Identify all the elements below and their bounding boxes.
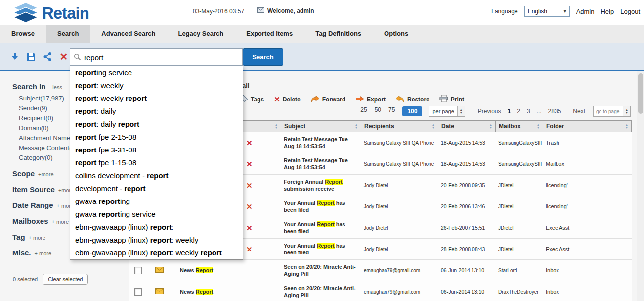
tags-button[interactable]: Tags [240, 95, 264, 104]
admin-link[interactable]: Admin [576, 8, 595, 15]
tab-browse[interactable]: Browse [0, 25, 46, 43]
query-match: report [99, 210, 120, 218]
query-match: Report [317, 200, 334, 206]
section-toggle[interactable]: +more [38, 171, 54, 177]
search-suggestion[interactable]: report: daily report [70, 118, 243, 131]
page-size-100[interactable]: 100 [402, 106, 422, 116]
search-suggestion[interactable]: collins development - report [70, 169, 243, 182]
logout-link[interactable]: Logout [620, 8, 640, 15]
per-page-control[interactable]: per page ▲▼ [429, 106, 465, 117]
text-cursor [107, 52, 107, 62]
page-number-3[interactable]: 3 [527, 108, 530, 115]
restore-button[interactable]: Restore [395, 95, 429, 104]
per-page-spinner[interactable]: ▲▼ [457, 106, 465, 116]
tab-advanced-search[interactable]: Advanced Search [90, 25, 167, 43]
search-suggestion[interactable]: report: weekly [70, 79, 243, 92]
save-icon[interactable] [25, 51, 37, 63]
search-suggestion[interactable]: gwava reporting service [70, 208, 243, 221]
header-status-column[interactable]: ▲▼ [243, 121, 281, 132]
delete-button[interactable]: ✕Delete [274, 95, 301, 104]
subject-cell[interactable]: Your Annual Report has been filed [281, 221, 361, 235]
result-row[interactable]: News ReportSeen on 20/20: Miracle Anti-A… [129, 281, 632, 301]
folder-cell: Mailbox [543, 161, 632, 167]
tab-search[interactable]: Search [46, 25, 90, 43]
search-icon [74, 53, 81, 63]
retain-logo[interactable]: Retain [13, 1, 89, 25]
page-size-50[interactable]: 50 [375, 106, 381, 116]
search-suggestion[interactable]: report fpe 1-15-08 [70, 156, 243, 169]
welcome-mail-icon [257, 7, 264, 14]
header-date-column[interactable]: Date▲▼ [438, 121, 496, 132]
query-match: Report [196, 267, 213, 273]
subject-cell[interactable]: Retain Test Message Tue Aug 18 14:53:54 [281, 136, 361, 150]
subject-cell[interactable]: Retain Test Message Tue Aug 18 14:53:54 [281, 157, 361, 171]
section-toggle[interactable]: + more [52, 219, 69, 225]
header-recipients-column[interactable]: Recipients▲▼ [361, 121, 438, 132]
page-size-25[interactable]: 25 [360, 106, 367, 116]
print-button[interactable]: Print [439, 95, 464, 104]
page-number-1[interactable]: 1 [508, 108, 511, 115]
page-size-75[interactable]: 75 [388, 106, 395, 116]
spinner-down-icon[interactable]: ▼ [625, 111, 628, 114]
search-suggestion[interactable]: report fpe 2-15-08 [70, 131, 243, 144]
folder-cell: Exec Asst [543, 246, 632, 252]
sort-arrows-icon[interactable]: ▲▼ [432, 123, 435, 129]
search-suggestion[interactable]: gwava reporting [70, 195, 243, 208]
header-label: Date [441, 123, 454, 130]
subject-cell[interactable]: Seen on 20/20: Miracle Anti-Aging Pill [281, 263, 361, 277]
sort-arrows-icon[interactable]: ▲▼ [625, 123, 628, 129]
date-cell: 28-Feb-2008 08:43 [438, 246, 495, 252]
section-toggle[interactable]: + more [35, 251, 52, 256]
language-select[interactable]: English ▼ [524, 6, 570, 17]
go-to-page-control[interactable]: go to page ▲▼ [593, 106, 631, 117]
page-number-2835[interactable]: 2835 [548, 108, 561, 115]
query-match: report [75, 107, 96, 115]
go-to-page-spinner[interactable]: ▲▼ [623, 106, 630, 116]
subject-cell[interactable]: Your Annual Report has been filed [281, 242, 361, 256]
status-cell: ✕ [242, 224, 281, 232]
spinner-down-icon[interactable]: ▼ [460, 111, 463, 114]
search-suggestion[interactable]: ebm-gwavaapp (linux) report: [70, 221, 243, 234]
page-number-2[interactable]: 2 [517, 108, 520, 115]
export-button[interactable]: Export [355, 95, 386, 104]
share-icon[interactable] [42, 51, 53, 63]
subject-cell[interactable]: Your Annual Report has been filed [281, 200, 361, 213]
sort-arrows-icon[interactable]: ▲▼ [275, 123, 278, 129]
help-link[interactable]: Help [601, 8, 614, 15]
previous-button[interactable]: Previous [478, 108, 501, 115]
forward-button[interactable]: Forward [310, 95, 345, 104]
clear-selected-button[interactable]: Clear selected [43, 274, 88, 285]
search-suggestion[interactable]: ebm-gwavaapp (linux) report: weekly [70, 234, 243, 247]
search-suggestion[interactable]: report fpe 3-31-08 [70, 144, 243, 156]
section-toggle[interactable]: - less [49, 84, 62, 90]
search-suggestion[interactable]: report: daily [70, 105, 243, 118]
tab-tag-definitions[interactable]: Tag Definitions [304, 25, 373, 43]
next-button[interactable]: Next [573, 108, 585, 115]
sort-arrows-icon[interactable]: ▲▼ [489, 123, 492, 129]
tab-legacy-search[interactable]: Legacy Search [167, 25, 235, 43]
tab-exported-items[interactable]: Exported Items [235, 25, 304, 43]
subject-cell[interactable]: Foreign Annual Report submission receive [281, 178, 361, 192]
header-subject-column[interactable]: Subject▲▼ [281, 121, 361, 132]
section-toggle[interactable]: + more [29, 235, 46, 241]
sort-arrows-icon[interactable]: ▲▼ [537, 123, 540, 129]
subject-cell[interactable]: Seen on 20/20: Miracle Anti-Aging Pill [281, 285, 361, 299]
row-checkbox[interactable] [134, 288, 142, 296]
search-suggestion[interactable]: development - report [70, 182, 243, 195]
search-button[interactable]: Search [243, 48, 283, 66]
search-suggestion[interactable]: report: weekly report [70, 92, 243, 105]
search-suggestion[interactable]: reporting service [70, 66, 243, 79]
logo-text: Retain [42, 4, 89, 23]
download-icon[interactable] [9, 51, 21, 63]
result-row[interactable]: News ReportSeen on 20/20: Miracle Anti-A… [129, 260, 632, 281]
header-folder-column[interactable]: Folder▲▼ [543, 121, 631, 132]
clear-search-icon[interactable]: ✕ [58, 51, 70, 63]
scrollbar-thumb[interactable] [638, 73, 643, 114]
search-suggestion[interactable]: ebm-gwavaapp (linux) report: weekly repo… [70, 247, 243, 259]
vertical-scrollbar[interactable] [637, 71, 644, 301]
row-select-cell [129, 288, 146, 296]
sort-arrows-icon[interactable]: ▲▼ [355, 123, 358, 129]
tab-options[interactable]: Options [373, 25, 420, 43]
header-mailbox-column[interactable]: Mailbox▲▼ [496, 121, 543, 132]
row-checkbox[interactable] [134, 267, 142, 274]
